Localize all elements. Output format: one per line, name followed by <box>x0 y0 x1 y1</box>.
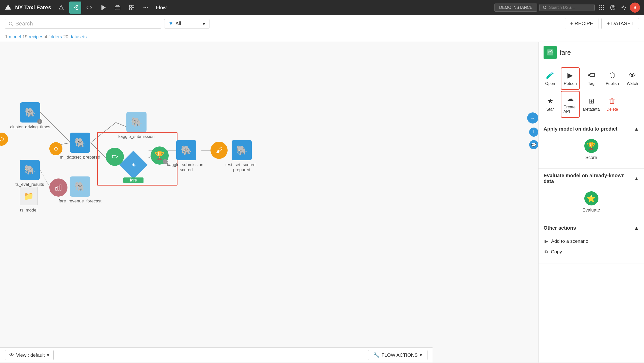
panel-nav-arrow[interactable]: → <box>527 112 538 124</box>
global-search-placeholder: Search DSS... <box>549 5 575 10</box>
node-kaggle-submission-top[interactable]: 🐘 <box>126 112 147 132</box>
nav-icon-design[interactable] <box>55 2 67 14</box>
project-name[interactable]: NY Taxi Fares <box>15 4 51 11</box>
nav-icon-code[interactable] <box>83 2 95 14</box>
metadata-icon: ⊞ <box>588 97 594 105</box>
action-open[interactable]: 🧪 Open <box>541 67 560 90</box>
label-kaggle-scored: kaggle_submission_scored <box>167 162 206 172</box>
nav-flow-label: Flow <box>156 5 166 11</box>
flow-actions-btn[interactable]: 🔧 FLOW ACTIONS ▾ <box>368 350 427 360</box>
score-item[interactable]: 🏆 Score <box>544 137 639 162</box>
other-actions-header[interactable]: Other actions ▲ <box>544 225 639 231</box>
node-pink-chart[interactable] <box>49 178 67 197</box>
open-label: Open <box>545 81 555 86</box>
toolbar: Search ▼ All ▾ + RECIPE + DATASET <box>0 15 644 32</box>
add-recipe-btn[interactable]: + RECIPE <box>565 18 599 29</box>
evaluate-item[interactable]: ⭐ Evaluate <box>544 189 639 215</box>
action-watch[interactable]: 👁 Watch <box>623 67 642 90</box>
view-icon: 👁 <box>9 352 14 358</box>
nav-analytics-icon[interactable] <box>619 3 629 13</box>
delete-icon: 🗑 <box>609 97 616 105</box>
evaluate-model-header[interactable]: Evaluate model on already-known data ▲ <box>544 173 639 184</box>
view-dropdown[interactable]: 👁 View : default ▾ <box>5 350 54 360</box>
node-cluster-driving-times[interactable]: 🐘 <box>20 102 40 123</box>
flow-search-placeholder: Search <box>15 20 33 27</box>
action-create-api[interactable]: ☁ Create API <box>561 91 580 118</box>
svg-rect-6 <box>129 5 131 7</box>
add-scenario-label: Add to a scenario <box>551 238 588 244</box>
star-label: Star <box>546 107 554 112</box>
nav-icon-dashboard[interactable] <box>126 2 138 14</box>
join-node[interactable]: ⊕ <box>49 142 62 155</box>
nav-icon-flow[interactable] <box>69 2 81 14</box>
svg-rect-39 <box>60 185 61 190</box>
panel-header: fare <box>539 42 644 63</box>
retrain-icon: ▶ <box>567 71 573 79</box>
node-ts-model[interactable]: 📁 <box>20 187 38 205</box>
delete-label: Delete <box>606 107 618 112</box>
flow-canvas[interactable]: ⊕ 🐘 cluster_driving_times i 🐘 ml_dataset… <box>0 42 538 362</box>
action-delete[interactable]: 🗑 Delete <box>603 91 622 118</box>
apply-model-header[interactable]: Apply model on data to predict ▲ <box>544 126 639 132</box>
evaluate-icon: ⭐ <box>584 191 598 205</box>
fare-selection-box <box>97 132 177 186</box>
node-ts-eval[interactable]: 🐘 <box>20 160 40 180</box>
node-fare-revenue[interactable]: 🐘 <box>70 176 90 197</box>
folder-link[interactable]: folders <box>48 34 62 39</box>
panel-model-icon <box>544 46 557 59</box>
node-brush[interactable]: 🖌 <box>210 142 228 159</box>
demo-instance-btn[interactable]: DEMO INSTANCE <box>494 4 537 12</box>
svg-point-2 <box>77 5 78 6</box>
label-test-scored: test_set_scored_prepared <box>225 162 258 172</box>
action-publish[interactable]: ⬡ Publish <box>603 67 622 90</box>
svg-rect-19 <box>603 7 604 8</box>
node-kaggle-scored[interactable]: 🐘 <box>176 140 196 160</box>
filter-chevron: ▾ <box>203 21 205 27</box>
nav-icon-run[interactable] <box>97 2 110 14</box>
app-logo[interactable] <box>4 4 12 12</box>
svg-point-25 <box>9 22 12 25</box>
action-retrain[interactable]: ▶ Retrain <box>561 67 580 90</box>
metadata-label: Metadata <box>583 107 600 112</box>
evaluate-model-section: Evaluate model on already-known data ▲ ⭐… <box>539 169 644 221</box>
top-nav: NY Taxi Fares Flow DEMO INSTANCE Search … <box>0 0 644 15</box>
nav-apps-icon[interactable] <box>597 3 607 13</box>
global-search[interactable]: Search DSS... <box>539 4 595 11</box>
apply-model-content: 🏆 Score <box>544 135 639 164</box>
filter-dropdown[interactable]: ▼ All ▾ <box>164 19 209 28</box>
watch-icon: 👁 <box>629 71 636 79</box>
nav-icon-jobs[interactable] <box>112 2 124 14</box>
model-link[interactable]: model <box>9 34 21 39</box>
add-to-scenario-item[interactable]: ▶ Add to a scenario <box>544 236 639 247</box>
svg-rect-37 <box>56 188 57 190</box>
node-test-scored[interactable]: 🐘 <box>232 140 252 160</box>
recipe-link[interactable]: recipes <box>29 34 43 39</box>
node-orange-edge[interactable]: ⬡ <box>0 133 8 146</box>
flow-search[interactable]: Search <box>5 19 161 29</box>
create-api-icon: ☁ <box>567 95 574 103</box>
nav-help-icon[interactable] <box>608 3 618 13</box>
main-area: ⊕ 🐘 cluster_driving_times i 🐘 ml_dataset… <box>0 42 644 362</box>
actions-grid: 🧪 Open ▶ Retrain 🏷 Tag ⬡ Publish 👁 Watch <box>539 63 644 122</box>
action-metadata[interactable]: ⊞ Metadata <box>581 91 602 118</box>
copy-item[interactable]: ⧉ Copy <box>544 247 639 257</box>
panel-chat-btn[interactable]: 💬 <box>529 140 538 149</box>
panel-info-btn[interactable]: i <box>529 128 538 137</box>
action-tag[interactable]: 🏷 Tag <box>581 67 602 90</box>
wrench-icon: 🔧 <box>373 352 379 358</box>
svg-point-11 <box>145 7 146 8</box>
tag-label: Tag <box>588 81 595 86</box>
label-ml-dataset: ml_dataset_prepared <box>60 155 100 160</box>
svg-rect-38 <box>58 186 59 190</box>
node-ml-dataset-prepared[interactable]: 🐘 <box>70 133 90 153</box>
add-scenario-icon: ▶ <box>545 238 548 244</box>
action-star[interactable]: ★ Star <box>541 91 560 118</box>
svg-rect-21 <box>601 9 602 10</box>
dataset-link[interactable]: datasets <box>69 34 87 39</box>
svg-marker-0 <box>5 5 11 10</box>
evaluate-model-title: Evaluate model on already-known data <box>544 173 634 184</box>
nav-icon-more[interactable] <box>140 2 152 14</box>
add-dataset-btn[interactable]: + DATASET <box>601 18 639 29</box>
other-actions-content: ▶ Add to a scenario ⧉ Copy <box>544 234 639 259</box>
user-avatar[interactable]: S <box>630 3 640 13</box>
